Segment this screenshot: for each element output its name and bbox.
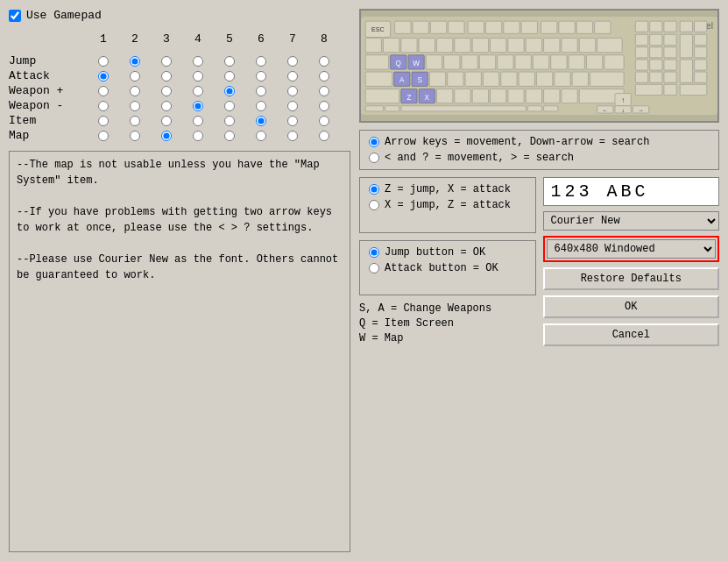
radio-cell-3-2 — [119, 101, 151, 111]
radio-1-1[interactable] — [98, 71, 109, 82]
svg-text:W: W — [413, 60, 420, 67]
radio-2-4[interactable] — [193, 86, 203, 96]
radio-2-7[interactable] — [287, 86, 298, 96]
radio-0-2[interactable] — [130, 56, 140, 67]
radio-0-6[interactable] — [256, 56, 266, 67]
col-2-header: 2 — [119, 32, 151, 46]
grid-row-attack: Attack — [9, 69, 350, 82]
radio-cell-1-1 — [88, 71, 119, 82]
radio-3-5[interactable] — [224, 101, 235, 111]
jump-ok-radio[interactable] — [369, 247, 379, 258]
svg-rect-59 — [590, 72, 624, 86]
radio-0-4[interactable] — [193, 56, 203, 67]
radio-cell-3-8 — [308, 101, 340, 111]
radio-5-3[interactable] — [161, 131, 172, 141]
radio-5-1[interactable] — [98, 131, 109, 141]
radio-2-1[interactable] — [98, 86, 109, 96]
svg-rect-66 — [455, 89, 470, 103]
radio-cell-0-5 — [214, 56, 245, 67]
attack-ok-radio[interactable] — [369, 263, 379, 273]
radio-3-6[interactable] — [256, 101, 266, 111]
svg-rect-104 — [664, 60, 676, 70]
radio-0-1[interactable] — [98, 56, 109, 67]
radio-cell-2-8 — [308, 86, 340, 96]
radio-3-3[interactable] — [161, 101, 172, 111]
jump-x-label: X = jump, Z = attack — [385, 199, 511, 211]
key-binding-2: Q = Item Screen — [359, 317, 536, 330]
radio-2-8[interactable] — [319, 86, 329, 96]
radio-0-7[interactable] — [287, 56, 298, 67]
radio-cell-4-5 — [214, 116, 245, 126]
jump-z-radio[interactable] — [369, 184, 379, 195]
radio-5-5[interactable] — [224, 131, 235, 141]
radio-4-1[interactable] — [98, 116, 109, 126]
radio-4-2[interactable] — [130, 116, 140, 126]
radio-2-3[interactable] — [161, 86, 172, 96]
svg-rect-39 — [515, 55, 531, 69]
movement-option-2-radio[interactable] — [369, 153, 379, 163]
resolution-select[interactable]: 640x480 Windowed 800x600 Windowed 1024x7… — [547, 239, 717, 259]
radio-4-5[interactable] — [224, 116, 235, 126]
font-resolution-box: 123 ABC Courier New Arial Times New Roma… — [543, 177, 720, 346]
movement-option-1-radio[interactable] — [369, 137, 379, 147]
radio-5-2[interactable] — [130, 131, 140, 141]
use-gamepad-checkbox[interactable] — [9, 10, 21, 22]
radio-cell-5-7 — [277, 131, 308, 141]
radio-1-8[interactable] — [319, 71, 329, 82]
radio-3-7[interactable] — [287, 101, 298, 111]
svg-rect-93 — [635, 34, 647, 45]
svg-rect-26 — [562, 38, 577, 52]
svg-rect-56 — [536, 72, 552, 86]
radio-1-5[interactable] — [224, 71, 235, 82]
cancel-button[interactable]: Cancel — [543, 323, 720, 346]
row-label-2: Weapon + — [9, 84, 88, 97]
svg-rect-29 — [365, 55, 388, 69]
svg-rect-112 — [664, 84, 676, 95]
radio-4-4[interactable] — [193, 116, 203, 126]
svg-rect-55 — [519, 72, 534, 86]
svg-rect-21 — [472, 38, 488, 52]
radio-1-2[interactable] — [130, 71, 140, 82]
key-bindings-area: S, A = Change Weapons Q = Item Screen W … — [359, 302, 536, 346]
radio-4-7[interactable] — [287, 116, 298, 126]
radio-5-8[interactable] — [319, 131, 329, 141]
svg-rect-50 — [429, 72, 445, 86]
jump-x-radio[interactable] — [369, 200, 379, 210]
svg-text:←: ← — [604, 107, 608, 114]
restore-defaults-button[interactable]: Restore Defaults — [543, 267, 720, 290]
svg-text:S: S — [417, 76, 422, 84]
svg-rect-52 — [465, 72, 481, 86]
font-select[interactable]: Courier New Arial Times New Roman Verdan… — [543, 211, 720, 231]
radio-5-6[interactable] — [256, 131, 266, 141]
radio-4-8[interactable] — [319, 116, 329, 126]
svg-text:↑: ↑ — [621, 96, 626, 104]
radio-3-8[interactable] — [319, 101, 329, 111]
radio-1-4[interactable] — [193, 71, 203, 82]
use-gamepad-label: Use Gamepad — [26, 9, 102, 22]
radio-1-7[interactable] — [287, 71, 298, 82]
radio-5-4[interactable] — [193, 131, 203, 141]
radio-2-5[interactable] — [224, 86, 235, 96]
radio-0-3[interactable] — [161, 56, 172, 67]
jump-x-row: X = jump, Z = attack — [369, 199, 527, 211]
radio-3-4[interactable] — [193, 101, 203, 111]
radio-1-6[interactable] — [256, 71, 266, 82]
col-4-header: 4 — [182, 32, 214, 46]
radio-4-3[interactable] — [161, 116, 172, 126]
radio-0-8[interactable] — [319, 56, 329, 67]
svg-rect-4 — [413, 21, 428, 33]
ok-button[interactable]: OK — [543, 295, 720, 318]
radio-2-6[interactable] — [256, 86, 266, 96]
svg-rect-35 — [444, 55, 460, 69]
radio-3-2[interactable] — [130, 101, 140, 111]
radio-2-2[interactable] — [130, 86, 140, 96]
col-8-header: 8 — [308, 32, 340, 46]
radio-1-3[interactable] — [161, 71, 172, 82]
radio-4-6[interactable] — [256, 116, 266, 126]
svg-rect-40 — [533, 55, 548, 69]
radio-cell-3-1 — [88, 101, 119, 111]
grid-header: 1 2 3 4 5 6 7 8 — [9, 32, 350, 46]
radio-0-5[interactable] — [224, 56, 235, 67]
radio-3-1[interactable] — [98, 101, 109, 111]
radio-5-7[interactable] — [287, 131, 298, 141]
